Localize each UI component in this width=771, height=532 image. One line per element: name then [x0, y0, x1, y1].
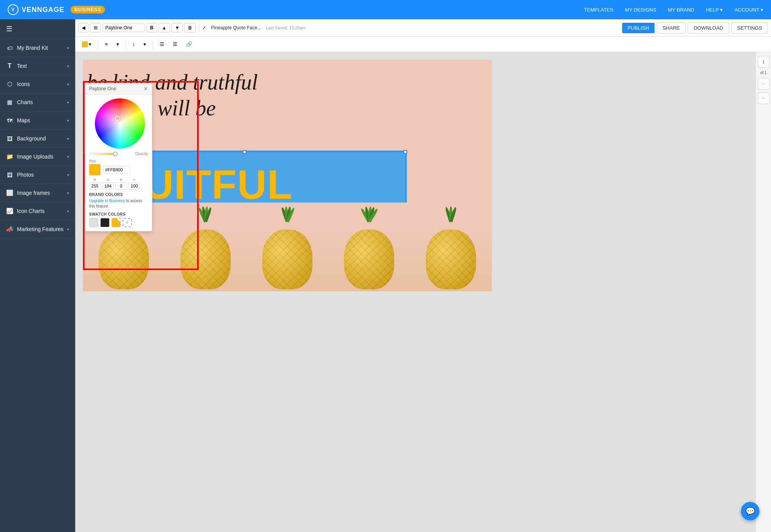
- chevron-down-icon: ▾: [67, 137, 69, 141]
- color-wheel[interactable]: [95, 98, 145, 149]
- chevron-down-icon: ▾: [67, 227, 69, 231]
- logo-area[interactable]: V VENNGAGE BUSINESS: [0, 4, 113, 15]
- sidebar-item-photos[interactable]: 🖼 Photos ▾: [0, 166, 75, 184]
- color-swatch-preview[interactable]: [89, 164, 101, 176]
- upgrade-link[interactable]: Upgrade to Business: [89, 199, 125, 203]
- r-label: R: [89, 178, 101, 182]
- swatch-black[interactable]: [100, 218, 110, 227]
- pineapple-4: [334, 206, 404, 291]
- nav-my-designs[interactable]: MY DESIGNS: [625, 7, 656, 13]
- chat-button[interactable]: 💬: [741, 502, 759, 520]
- swatch-yellow[interactable]: ×: [111, 218, 121, 227]
- image-uploads-icon: 📁: [6, 153, 13, 160]
- dots-menu[interactable]: ⋯: [758, 78, 769, 90]
- swatch-add-button[interactable]: +: [123, 218, 132, 227]
- opacity-label: Opacity: [120, 152, 148, 156]
- separator-3: [126, 40, 126, 49]
- down-arrow-button[interactable]: ▼: [172, 23, 183, 32]
- charts-icon: ▦: [6, 99, 13, 106]
- sidebar-item-maps[interactable]: 🗺 Maps ▾: [0, 111, 75, 130]
- delete-button[interactable]: 🗑: [184, 23, 196, 32]
- nav-account[interactable]: ACCOUNT: [734, 7, 763, 13]
- font-name-input[interactable]: [103, 24, 145, 32]
- sidebar-label-text: Text: [17, 63, 27, 69]
- sidebar-item-marketing-features[interactable]: 📣 Marketing Features ▾: [0, 220, 75, 238]
- nav-help[interactable]: HELP: [706, 7, 723, 13]
- last-saved-text: Last Saved: 10:26am: [266, 25, 306, 30]
- dots-menu-2[interactable]: ⋯: [758, 93, 769, 104]
- pineapple-body-4: [344, 230, 394, 289]
- line-height-button[interactable]: ↕: [129, 39, 139, 49]
- sidebar-hamburger[interactable]: ☰: [0, 19, 75, 39]
- align-center-button[interactable]: ▾: [113, 39, 123, 49]
- chevron-down-icon: ▾: [67, 155, 69, 159]
- sidebar-item-my-brand-kit[interactable]: 🏷 My Brand Kit ▾: [0, 39, 75, 57]
- align-left-button[interactable]: ≡: [101, 39, 111, 49]
- logo-icon: V: [8, 4, 19, 15]
- chevron-down-icon: ▾: [67, 64, 69, 68]
- sidebar-label-photos: Photos: [17, 172, 34, 178]
- sidebar-item-charts[interactable]: ▦ Charts ▾: [0, 93, 75, 111]
- sidebar-label-image-uploads: Image Uploads: [17, 154, 53, 160]
- sidebar-item-icons[interactable]: ⬡ Icons ▾: [0, 75, 75, 93]
- swatch-gray[interactable]: [89, 218, 98, 227]
- page-total: of 1: [760, 71, 767, 75]
- g-label: G: [102, 178, 114, 182]
- settings-button[interactable]: SETTINGS: [731, 22, 768, 34]
- b-input[interactable]: [115, 182, 127, 189]
- brand-kit-icon: 🏷: [6, 44, 13, 51]
- swatch-remove-icon[interactable]: ×: [118, 215, 123, 220]
- grid-view-button[interactable]: ⊞: [90, 23, 101, 32]
- top-navigation: V VENNGAGE BUSINESS TEMPLATES MY DESIGNS…: [0, 0, 771, 19]
- sidebar-item-background[interactable]: 🖼 Background ▾: [0, 130, 75, 148]
- sidebar-item-image-frames[interactable]: ⬜ Image frames ▾: [0, 184, 75, 202]
- publish-button[interactable]: PUBLISH: [622, 23, 655, 33]
- nav-my-brand[interactable]: MY BRAND: [668, 7, 694, 13]
- pineapple-body-5: [426, 230, 476, 289]
- color-wheel-cursor[interactable]: [115, 116, 120, 121]
- sidebar-item-text[interactable]: T Text ▾: [0, 57, 75, 75]
- hex-input[interactable]: [103, 166, 130, 174]
- list-bullet-button[interactable]: ☰: [156, 39, 168, 49]
- list-number-button[interactable]: ☰: [169, 39, 181, 49]
- a-input[interactable]: [128, 182, 140, 189]
- hex-value-row: [89, 164, 148, 176]
- design-canvas[interactable]: be kind and truthful and life will be FR…: [83, 60, 492, 291]
- app-name: VENNGAGE: [22, 6, 64, 14]
- save-check-icon: ✓: [202, 25, 206, 30]
- chat-icon: 💬: [746, 507, 755, 516]
- sidebar-item-image-uploads[interactable]: 📁 Image Uploads ▾: [0, 148, 75, 166]
- bold-button[interactable]: B: [147, 23, 157, 32]
- picker-title: Paytone One: [89, 86, 116, 91]
- r-input[interactable]: [89, 182, 101, 189]
- pineapple-body-2: [181, 230, 231, 289]
- color-wheel-disc[interactable]: [95, 98, 145, 149]
- back-button[interactable]: ◀: [78, 23, 89, 32]
- business-badge: BUSINESS: [71, 6, 105, 14]
- up-arrow-button[interactable]: ▲: [159, 23, 170, 32]
- download-button[interactable]: DOWNLOAD: [688, 22, 729, 34]
- opacity-slider[interactable]: [89, 153, 118, 155]
- color-picker-panel: Paytone One ✕: [85, 83, 152, 231]
- line-height-dropdown[interactable]: ▾: [140, 39, 150, 49]
- g-input[interactable]: [102, 182, 114, 189]
- chevron-down-icon: ▾: [67, 82, 69, 86]
- link-button[interactable]: 🔗: [182, 39, 196, 49]
- chevron-down-icon: ▾: [67, 100, 69, 105]
- toolbar-primary: ◀ ⊞ B ▲ ▼ 🗑 ✓ Pineapple Quote Face... La…: [75, 19, 771, 37]
- sidebar-item-icon-charts[interactable]: 📈 Icon Charts ▾: [0, 202, 75, 220]
- share-button[interactable]: SHARE: [657, 22, 686, 34]
- color-picker-overlay: Paytone One ✕: [85, 83, 152, 231]
- hex-label: Hex: [89, 159, 148, 163]
- toolbar-right-actions: PUBLISH SHARE DOWNLOAD SETTINGS: [622, 22, 768, 34]
- picker-close-button[interactable]: ✕: [143, 86, 148, 92]
- rgb-labels: R G B A: [89, 178, 148, 182]
- document-title: Pineapple Quote Face...: [211, 25, 261, 30]
- color-swatch-button[interactable]: ▾: [78, 39, 95, 49]
- marketing-icon: 📣: [6, 226, 13, 233]
- chevron-down-icon: ▾: [67, 46, 69, 50]
- nav-templates[interactable]: TEMPLATES: [584, 7, 613, 13]
- sidebar: ☰ 🏷 My Brand Kit ▾ T Text ▾ ⬡ Icons ▾ ▦ …: [0, 19, 75, 532]
- opacity-thumb[interactable]: [113, 152, 118, 156]
- swatch-row: × +: [89, 218, 148, 227]
